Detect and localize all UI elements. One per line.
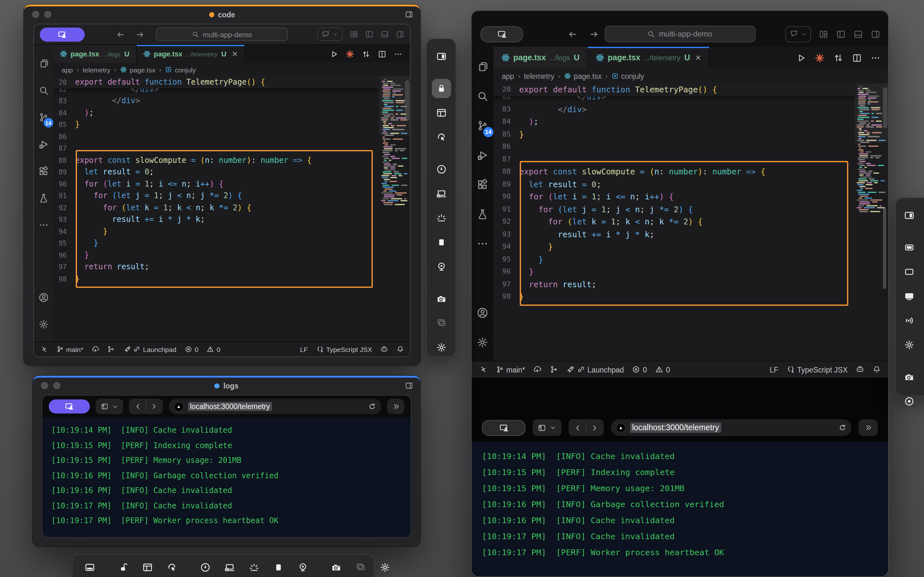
status-warning[interactable]: 0 [655, 366, 670, 374]
sidebar-menu-button[interactable] [533, 419, 561, 436]
close-tab-icon[interactable] [232, 51, 238, 57]
status-branch-alt[interactable] [107, 346, 115, 353]
screenshare-pill-button[interactable] [482, 420, 525, 436]
split-editor-icon[interactable] [852, 53, 862, 63]
breadcrumb-item-page-tsx[interactable]: page.tsx [120, 66, 155, 73]
breadcrumb-item-app[interactable]: app [502, 72, 514, 80]
starburst-icon[interactable] [346, 50, 354, 58]
back-icon[interactable] [573, 424, 582, 432]
url-bar[interactable]: localhost:3000/telemetry [169, 399, 381, 414]
toggle-sidebar-icon[interactable] [836, 29, 846, 39]
tab-page-tsx-telemetry[interactable]: page.tsx.../telemetryU [588, 47, 710, 69]
windows-stack-button[interactable] [431, 314, 451, 333]
sync-icon[interactable] [362, 50, 370, 58]
code-editor[interactable]: 82 </div>83 </div>84 );85}868788export c… [493, 83, 888, 361]
breadcrumb-item-telemetry[interactable]: telemetry [524, 72, 554, 80]
close-window-button[interactable] [41, 382, 48, 389]
breadcrumb-item-app[interactable]: app [61, 66, 73, 73]
code-editor[interactable]: 82 </div>83 </div>84 );85}868788export c… [53, 76, 410, 342]
status-error-circle[interactable]: 0 [632, 366, 647, 374]
unlock-button[interactable] [113, 558, 133, 577]
activity-gear-button[interactable] [34, 311, 53, 338]
url-bar[interactable]: localhost:3000/telemetry [611, 419, 851, 436]
activity-account-button[interactable] [34, 284, 53, 311]
gear-button[interactable] [375, 558, 395, 577]
activity-git-branch-button[interactable]: 14 [34, 104, 53, 131]
gear-button[interactable] [431, 338, 451, 357]
copilot-menu-button[interactable] [785, 26, 811, 42]
toggle-sidebar-icon[interactable] [365, 30, 373, 39]
webcam-button[interactable] [431, 257, 451, 276]
status-branch-alt[interactable] [550, 366, 558, 374]
status-cloud-up[interactable] [92, 346, 99, 353]
status-git-branch[interactable]: main* [56, 346, 83, 353]
tab-page-tsx-logs[interactable]: page.tsx.../logsU [493, 47, 588, 69]
lock-button[interactable] [431, 79, 451, 98]
refresh-icon[interactable] [838, 424, 846, 432]
display-fill-button[interactable] [900, 287, 919, 306]
breadcrumb-item-conjuly[interactable]: conjuly [612, 72, 644, 80]
more-h-icon[interactable] [871, 53, 880, 63]
back-icon[interactable] [116, 30, 125, 39]
status-lf[interactable]: LF [770, 366, 779, 374]
breadcrumb-item-page-tsx[interactable]: page.tsx [564, 72, 602, 80]
compass-button[interactable] [431, 160, 451, 179]
play-icon[interactable] [330, 50, 338, 58]
camera-button[interactable] [431, 289, 451, 308]
forward-icon[interactable] [150, 403, 158, 410]
breadcrumb-item-telemetry[interactable]: telemetry [83, 66, 110, 73]
webcam-button[interactable] [293, 558, 312, 577]
customize-layout-icon[interactable] [819, 29, 829, 39]
toggle-secondary-sidebar-icon[interactable] [871, 29, 880, 39]
status-remote[interactable] [40, 346, 48, 353]
activity-more-h-button[interactable] [34, 211, 53, 239]
activity-git-branch-button[interactable]: 14 [472, 111, 493, 140]
toggle-panel-icon[interactable] [853, 29, 863, 39]
copilot-menu-button[interactable] [317, 27, 342, 41]
forward-icon[interactable] [136, 30, 144, 39]
window-scrollbar[interactable] [883, 207, 886, 289]
minimap[interactable] [379, 76, 410, 342]
forward-icon[interactable] [589, 29, 599, 39]
minimap-scrollbar[interactable] [405, 80, 409, 121]
activity-files-button[interactable] [472, 52, 493, 81]
toggle-secondary-sidebar-icon[interactable] [396, 30, 404, 39]
status-cloud-up[interactable] [533, 366, 541, 374]
burst-button[interactable] [431, 208, 451, 227]
activity-debug-button[interactable] [472, 140, 493, 170]
activity-search-button[interactable] [34, 77, 53, 104]
activity-more-h-button[interactable] [472, 229, 493, 258]
split-editor-icon[interactable] [378, 50, 386, 58]
status-braces[interactable]: TypeScript JSX [787, 366, 848, 374]
tab-page-tsx-logs[interactable]: page.tsx.../logsU [53, 45, 136, 63]
overflow-button[interactable] [859, 419, 878, 436]
status-remote[interactable] [479, 366, 487, 374]
status-copilot[interactable] [856, 366, 864, 374]
command-search[interactable]: multi-app-demo [604, 26, 755, 42]
minimize-window-button[interactable] [44, 11, 51, 18]
broadcast-button[interactable] [900, 311, 919, 330]
compass-button[interactable] [196, 558, 215, 577]
gear-button[interactable] [900, 335, 919, 355]
window-sidebar-icon[interactable] [405, 382, 413, 390]
camera-button[interactable] [900, 367, 919, 387]
rect-fill-button[interactable] [900, 238, 919, 257]
burst-button[interactable] [244, 558, 264, 577]
status-rocket[interactable]: Launchpad [123, 346, 176, 353]
layout-button[interactable] [431, 103, 451, 122]
status-error-circle[interactable]: 0 [185, 346, 199, 353]
activity-gear-button[interactable] [472, 327, 493, 357]
status-braces[interactable]: TypeScript JSX [316, 346, 372, 353]
close-window-button[interactable] [32, 11, 39, 18]
activity-search-button[interactable] [472, 81, 493, 111]
laptop-minus-button[interactable] [431, 184, 451, 203]
window-sidebar-icon[interactable] [405, 10, 413, 19]
breadcrumb-item-conjuly[interactable]: conjuly [165, 66, 196, 73]
camera-button[interactable] [326, 558, 346, 577]
minimap-scrollbar[interactable] [883, 87, 887, 128]
panel-right-button[interactable] [431, 47, 451, 66]
screenshare-pill-button[interactable] [49, 400, 90, 414]
command-search[interactable]: multi-app-demo [156, 27, 288, 41]
forward-icon[interactable] [590, 424, 599, 432]
activity-flask-button[interactable] [34, 185, 53, 211]
